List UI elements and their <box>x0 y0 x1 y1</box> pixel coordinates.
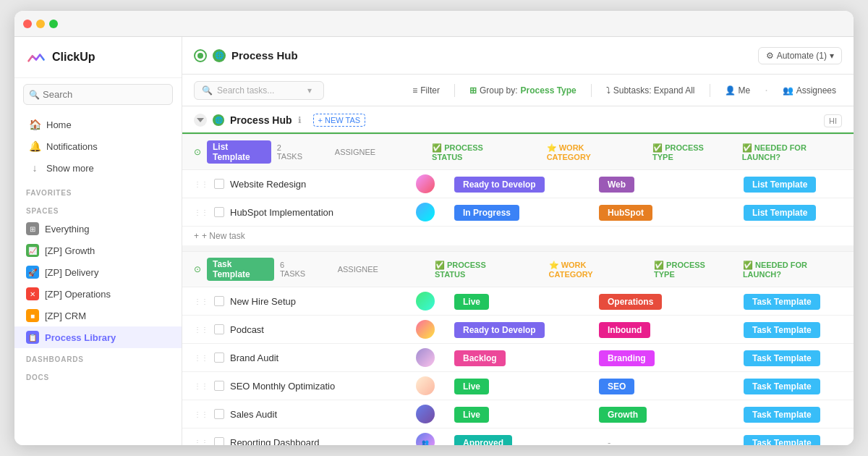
work-category-pill[interactable]: Web <box>599 177 634 193</box>
task-name-cell: ⋮⋮ HubSpot Implementation <box>194 207 396 218</box>
process-status-pill[interactable]: In Progress <box>454 205 519 221</box>
me-button[interactable]: 👤 Me <box>719 83 757 98</box>
minimize-dot[interactable] <box>36 20 45 28</box>
process-type-pill[interactable]: Task Template <box>744 350 820 366</box>
task-checkbox[interactable] <box>214 296 224 306</box>
process-type-pill[interactable]: Task Template <box>744 435 820 446</box>
task-checkbox[interactable] <box>214 409 224 419</box>
process-type-pill[interactable]: Task Template <box>744 322 820 338</box>
process-status-pill[interactable]: Backlog <box>454 350 506 366</box>
search-tasks-input[interactable]: 🔍 Search tasks... ▾ <box>194 81 324 100</box>
subtasks-label: Subtasks: Expand All <box>613 85 695 96</box>
new-task-label: + New task <box>202 231 245 241</box>
me-icon: 👤 <box>725 85 736 96</box>
zp-delivery-label: [ZP] Delivery <box>45 267 98 278</box>
content-area: 🌐 Process Hub ⚙ Automate (1) ▾ 🔍 Search … <box>182 37 854 445</box>
sidebar-item-zp-operations[interactable]: ✕ [ZP] Operations <box>14 283 182 305</box>
assignees-button[interactable]: 👥 Assignees <box>777 83 842 98</box>
process-hub-title: Process Hub <box>230 114 292 126</box>
process-type-pill[interactable]: Task Template <box>744 294 820 310</box>
close-dot[interactable] <box>23 20 32 28</box>
sidebar-item-zp-growth[interactable]: 📈 [ZP] Growth <box>14 240 182 261</box>
process-status-cell: Ready to Develop <box>454 179 599 190</box>
list-template-collapse-icon[interactable]: ⊙ <box>194 147 201 157</box>
process-status-pill[interactable]: Approved <box>454 435 512 446</box>
app-window: ClickUp 🔍 🏠 Home 🔔 Notifications <box>14 11 854 445</box>
zp-crm-icon: ■ <box>26 309 39 322</box>
group-by-button[interactable]: ⊞ Group by: Process Type <box>464 83 582 98</box>
task-name: Brand Audit <box>230 352 278 363</box>
task-name: Podcast <box>230 324 264 335</box>
process-type-pill[interactable]: Task Template <box>744 407 820 423</box>
sidebar-item-zp-crm[interactable]: ■ [ZP] CRM <box>14 305 182 326</box>
sidebar-item-everything[interactable]: ⊞ Everything <box>14 218 182 240</box>
show-more-icon: ↓ <box>29 162 41 174</box>
subtasks-button[interactable]: ⤵ Subtasks: Expand All <box>600 83 701 98</box>
list-needed-launch-header: ✅ NEEDED FOR LAUNCH? <box>742 143 842 161</box>
filter-label: Filter <box>420 85 440 96</box>
process-type-pill[interactable]: List Template <box>744 177 816 193</box>
task-checkbox[interactable] <box>214 324 224 334</box>
everything-icon: ⊞ <box>26 222 39 235</box>
task-process-type-header: ✅ PROCESS TYPE <box>654 261 724 279</box>
avatar <box>416 405 435 423</box>
process-status-pill[interactable]: Ready to Develop <box>454 177 545 193</box>
sidebar-search-input[interactable] <box>23 84 173 105</box>
task-name: New Hire Setup <box>230 296 296 307</box>
hi-button[interactable]: HI <box>824 114 842 127</box>
process-status-pill[interactable]: Live <box>454 379 489 394</box>
work-category-pill[interactable]: Branding <box>599 350 655 366</box>
sidebar-search-wrap: 🔍 <box>14 78 182 111</box>
show-more-label: Show more <box>46 163 94 174</box>
sidebar-item-home[interactable]: 🏠 Home <box>17 114 179 135</box>
task-name: Sales Audit <box>230 409 277 420</box>
hub-title: Process Hub <box>231 49 298 62</box>
hub-status-indicator <box>194 49 207 62</box>
task-work-category-header: ⭐ WORK CATEGORY <box>549 261 628 279</box>
work-category-pill[interactable]: Inbound <box>599 322 650 338</box>
process-status-pill[interactable]: Live <box>454 407 489 423</box>
drag-handle-icon: ⋮⋮ <box>194 410 208 418</box>
task-checkbox[interactable] <box>214 437 224 445</box>
task-needed-launch-header: ✅ NEEDED FOR LAUNCH? <box>743 261 842 279</box>
list-template-section: ⊙ List Template 2 TASKS ASSIGNEE ✅ PROCE… <box>182 134 854 251</box>
process-hub-collapse-btn[interactable] <box>194 114 207 127</box>
new-task-button[interactable]: + NEW TAS <box>313 114 366 127</box>
group-by-value: Process Type <box>521 85 576 96</box>
automate-icon: ⚙ <box>766 51 774 61</box>
sidebar-item-notifications[interactable]: 🔔 Notifications <box>17 135 179 157</box>
sidebar-item-zp-delivery[interactable]: 🚀 [ZP] Delivery <box>14 261 182 283</box>
task-template-collapse-icon[interactable]: ⊙ <box>194 264 201 274</box>
sidebar-item-show-more[interactable]: ↓ Show more <box>17 157 179 179</box>
automate-button[interactable]: ⚙ Automate (1) ▾ <box>758 47 842 64</box>
process-type-pill[interactable]: List Template <box>744 205 816 221</box>
top-bar-left: 🌐 Process Hub <box>194 49 298 62</box>
maximize-dot[interactable] <box>49 20 58 28</box>
work-category-pill[interactable]: SEO <box>599 379 634 394</box>
filter-icon: ≡ <box>412 85 417 96</box>
task-checkbox[interactable] <box>214 207 224 217</box>
work-category-cell: HubSpot <box>599 207 744 218</box>
task-checkbox[interactable] <box>214 179 224 189</box>
process-status-pill[interactable]: Ready to Develop <box>454 322 545 338</box>
work-category-pill[interactable]: Operations <box>599 294 662 310</box>
table-row: ⋮⋮ Brand Audit Backlog Branding <box>182 344 854 372</box>
sidebar-logo: ClickUp <box>14 37 182 78</box>
task-name: SEO Monthly Optimizatio <box>230 381 335 392</box>
filter-button[interactable]: ≡ Filter <box>407 83 446 98</box>
work-category-pill[interactable]: Growth <box>599 407 647 423</box>
sidebar: ClickUp 🔍 🏠 Home 🔔 Notifications <box>14 37 182 445</box>
list-template-section-header: ⊙ List Template 2 TASKS ASSIGNEE ✅ PROCE… <box>182 134 854 170</box>
work-category-pill[interactable]: HubSpot <box>599 205 652 221</box>
logo-text: ClickUp <box>52 51 95 64</box>
list-new-task-row[interactable]: + + New task <box>182 227 854 245</box>
sidebar-item-process-library[interactable]: 📋 Process Library <box>14 326 182 348</box>
zp-crm-label: [ZP] CRM <box>45 311 86 321</box>
zp-delivery-icon: 🚀 <box>26 266 39 279</box>
task-checkbox[interactable] <box>214 352 224 363</box>
process-type-pill[interactable]: Task Template <box>744 379 820 394</box>
me-label: Me <box>739 85 751 96</box>
task-checkbox[interactable] <box>214 381 224 391</box>
process-status-pill[interactable]: Live <box>454 294 489 310</box>
process-library-label: Process Library <box>45 332 116 343</box>
